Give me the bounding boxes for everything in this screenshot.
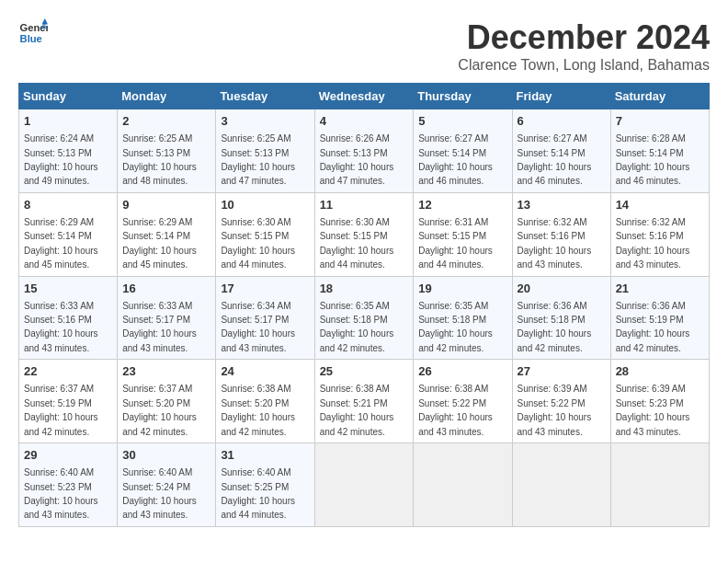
svg-text:Blue: Blue xyxy=(20,33,42,44)
calendar-cell xyxy=(414,443,512,527)
calendar-cell: 23Sunrise: 6:37 AMSunset: 5:20 PMDayligh… xyxy=(118,360,216,443)
day-info: Sunrise: 6:32 AMSunset: 5:16 PMDaylight:… xyxy=(518,217,592,270)
day-info: Sunrise: 6:34 AMSunset: 5:17 PMDaylight:… xyxy=(221,301,295,353)
calendar-cell: 31Sunrise: 6:40 AMSunset: 5:25 PMDayligh… xyxy=(216,443,314,527)
day-info: Sunrise: 6:40 AMSunset: 5:25 PMDaylight:… xyxy=(221,467,295,520)
day-number: 10 xyxy=(221,197,309,213)
day-number: 24 xyxy=(221,363,309,380)
day-number: 16 xyxy=(122,281,210,297)
calendar-cell: 16Sunrise: 6:33 AMSunset: 5:17 PMDayligh… xyxy=(118,276,216,360)
day-info: Sunrise: 6:36 AMSunset: 5:19 PMDaylight:… xyxy=(616,301,690,353)
calendar-cell: 4Sunrise: 6:26 AMSunset: 5:13 PMDaylight… xyxy=(314,109,414,193)
day-number: 23 xyxy=(122,363,210,380)
calendar-cell: 25Sunrise: 6:38 AMSunset: 5:21 PMDayligh… xyxy=(314,360,414,443)
weekday-header-row: Sunday Monday Tuesday Wednesday Thursday… xyxy=(19,84,710,109)
page-header: General Blue December 2024 Clarence Town… xyxy=(18,18,710,74)
calendar-cell: 13Sunrise: 6:32 AMSunset: 5:16 PMDayligh… xyxy=(512,192,610,276)
day-info: Sunrise: 6:28 AMSunset: 5:14 PMDaylight:… xyxy=(616,133,690,186)
calendar-cell xyxy=(512,443,610,527)
logo: General Blue xyxy=(18,18,48,48)
calendar-week-row: 15Sunrise: 6:33 AMSunset: 5:16 PMDayligh… xyxy=(19,276,710,360)
day-info: Sunrise: 6:25 AMSunset: 5:13 PMDaylight:… xyxy=(122,133,197,186)
calendar-cell: 2Sunrise: 6:25 AMSunset: 5:13 PMDaylight… xyxy=(118,109,216,193)
calendar-cell: 28Sunrise: 6:39 AMSunset: 5:23 PMDayligh… xyxy=(610,360,709,443)
header-sunday: Sunday xyxy=(19,84,118,109)
calendar-cell: 10Sunrise: 6:30 AMSunset: 5:15 PMDayligh… xyxy=(216,192,314,276)
day-number: 12 xyxy=(418,197,506,213)
calendar-week-row: 1Sunrise: 6:24 AMSunset: 5:13 PMDaylight… xyxy=(19,109,710,193)
calendar-cell: 8Sunrise: 6:29 AMSunset: 5:14 PMDaylight… xyxy=(19,192,118,276)
calendar-cell: 29Sunrise: 6:40 AMSunset: 5:23 PMDayligh… xyxy=(19,443,118,527)
calendar-cell: 24Sunrise: 6:38 AMSunset: 5:20 PMDayligh… xyxy=(216,360,314,443)
day-info: Sunrise: 6:25 AMSunset: 5:13 PMDaylight:… xyxy=(221,133,295,186)
calendar-cell xyxy=(314,443,414,527)
day-info: Sunrise: 6:37 AMSunset: 5:20 PMDaylight:… xyxy=(122,384,197,436)
day-info: Sunrise: 6:31 AMSunset: 5:15 PMDaylight:… xyxy=(418,217,493,270)
calendar-cell: 5Sunrise: 6:27 AMSunset: 5:14 PMDaylight… xyxy=(414,109,512,193)
calendar-week-row: 29Sunrise: 6:40 AMSunset: 5:23 PMDayligh… xyxy=(19,443,710,527)
calendar-week-row: 8Sunrise: 6:29 AMSunset: 5:14 PMDaylight… xyxy=(19,192,710,276)
day-info: Sunrise: 6:33 AMSunset: 5:16 PMDaylight:… xyxy=(24,301,98,353)
day-info: Sunrise: 6:27 AMSunset: 5:14 PMDaylight:… xyxy=(518,133,592,186)
calendar-cell: 15Sunrise: 6:33 AMSunset: 5:16 PMDayligh… xyxy=(19,276,118,360)
day-number: 1 xyxy=(24,113,112,130)
header-saturday: Saturday xyxy=(610,84,709,109)
day-info: Sunrise: 6:24 AMSunset: 5:13 PMDaylight:… xyxy=(24,133,98,186)
day-number: 21 xyxy=(616,281,704,297)
day-info: Sunrise: 6:33 AMSunset: 5:17 PMDaylight:… xyxy=(122,301,197,353)
day-info: Sunrise: 6:29 AMSunset: 5:14 PMDaylight:… xyxy=(24,217,98,270)
calendar-cell: 9Sunrise: 6:29 AMSunset: 5:14 PMDaylight… xyxy=(118,192,216,276)
day-number: 6 xyxy=(518,113,606,130)
day-info: Sunrise: 6:38 AMSunset: 5:21 PMDaylight:… xyxy=(320,384,394,436)
calendar-cell: 14Sunrise: 6:32 AMSunset: 5:16 PMDayligh… xyxy=(610,192,709,276)
title-section: December 2024 Clarence Town, Long Island… xyxy=(458,18,710,74)
day-info: Sunrise: 6:29 AMSunset: 5:14 PMDaylight:… xyxy=(122,217,197,270)
day-number: 20 xyxy=(518,281,606,297)
day-number: 28 xyxy=(616,363,704,380)
day-info: Sunrise: 6:32 AMSunset: 5:16 PMDaylight:… xyxy=(616,217,690,270)
calendar-cell: 17Sunrise: 6:34 AMSunset: 5:17 PMDayligh… xyxy=(216,276,314,360)
day-number: 30 xyxy=(122,447,210,464)
day-info: Sunrise: 6:40 AMSunset: 5:24 PMDaylight:… xyxy=(122,467,197,520)
header-friday: Friday xyxy=(512,84,610,109)
day-number: 5 xyxy=(418,113,506,130)
calendar-cell: 19Sunrise: 6:35 AMSunset: 5:18 PMDayligh… xyxy=(414,276,512,360)
day-number: 3 xyxy=(221,113,309,130)
day-number: 31 xyxy=(221,447,309,464)
header-wednesday: Wednesday xyxy=(314,84,414,109)
calendar-cell: 18Sunrise: 6:35 AMSunset: 5:18 PMDayligh… xyxy=(314,276,414,360)
calendar-cell: 27Sunrise: 6:39 AMSunset: 5:22 PMDayligh… xyxy=(512,360,610,443)
day-info: Sunrise: 6:39 AMSunset: 5:22 PMDaylight:… xyxy=(518,384,592,436)
calendar-table: Sunday Monday Tuesday Wednesday Thursday… xyxy=(18,83,710,527)
day-info: Sunrise: 6:27 AMSunset: 5:14 PMDaylight:… xyxy=(418,133,493,186)
day-number: 13 xyxy=(518,197,606,213)
day-info: Sunrise: 6:26 AMSunset: 5:13 PMDaylight:… xyxy=(320,133,394,186)
calendar-cell xyxy=(610,443,709,527)
calendar-cell: 3Sunrise: 6:25 AMSunset: 5:13 PMDaylight… xyxy=(216,109,314,193)
calendar-cell: 7Sunrise: 6:28 AMSunset: 5:14 PMDaylight… xyxy=(610,109,709,193)
calendar-cell: 6Sunrise: 6:27 AMSunset: 5:14 PMDaylight… xyxy=(512,109,610,193)
calendar-cell: 1Sunrise: 6:24 AMSunset: 5:13 PMDaylight… xyxy=(19,109,118,193)
day-info: Sunrise: 6:30 AMSunset: 5:15 PMDaylight:… xyxy=(320,217,394,270)
day-number: 25 xyxy=(320,363,409,380)
day-number: 14 xyxy=(616,197,704,213)
calendar-cell: 26Sunrise: 6:38 AMSunset: 5:22 PMDayligh… xyxy=(414,360,512,443)
day-info: Sunrise: 6:36 AMSunset: 5:18 PMDaylight:… xyxy=(518,301,592,353)
day-number: 26 xyxy=(418,363,506,380)
day-number: 15 xyxy=(24,281,112,297)
day-number: 7 xyxy=(616,113,704,130)
day-number: 17 xyxy=(221,281,309,297)
day-number: 9 xyxy=(122,197,210,213)
day-number: 8 xyxy=(24,197,112,213)
header-thursday: Thursday xyxy=(414,84,512,109)
calendar-cell: 22Sunrise: 6:37 AMSunset: 5:19 PMDayligh… xyxy=(19,360,118,443)
day-number: 22 xyxy=(24,363,112,380)
day-info: Sunrise: 6:37 AMSunset: 5:19 PMDaylight:… xyxy=(24,384,98,436)
calendar-cell: 21Sunrise: 6:36 AMSunset: 5:19 PMDayligh… xyxy=(610,276,709,360)
day-info: Sunrise: 6:30 AMSunset: 5:15 PMDaylight:… xyxy=(221,217,295,270)
day-number: 19 xyxy=(418,281,506,297)
day-number: 4 xyxy=(320,113,409,130)
header-monday: Monday xyxy=(118,84,216,109)
header-tuesday: Tuesday xyxy=(216,84,314,109)
day-info: Sunrise: 6:35 AMSunset: 5:18 PMDaylight:… xyxy=(418,301,493,353)
